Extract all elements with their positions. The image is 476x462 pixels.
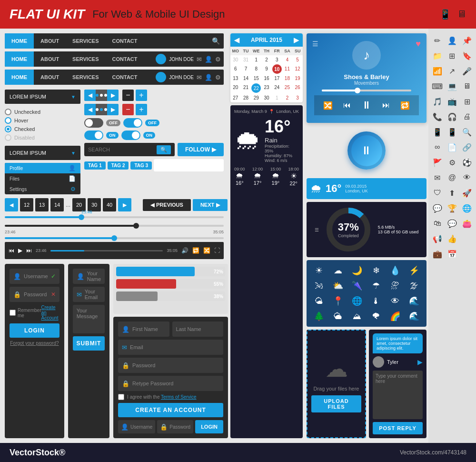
wi-rainbow[interactable]: 🌈 bbox=[387, 310, 404, 323]
wi-cloud2[interactable]: ⛅ bbox=[329, 279, 347, 292]
menu-item-files[interactable]: Files 📄 bbox=[5, 173, 80, 184]
media-track[interactable] bbox=[50, 250, 163, 251]
dropdown-1[interactable]: LOREM IPSUM ▼ bbox=[5, 90, 80, 104]
wi-wind[interactable]: 🌬 bbox=[310, 279, 327, 292]
follow-button[interactable]: FOLLOW ▶ bbox=[178, 143, 224, 156]
arrow-right-1[interactable]: ▶ bbox=[107, 90, 119, 101]
icon-user[interactable]: 👤 bbox=[445, 33, 459, 48]
music-prev-btn[interactable]: ⏮ bbox=[343, 101, 351, 110]
cal-cell[interactable]: 6 bbox=[230, 64, 241, 74]
nav-services-2[interactable]: SERVICES bbox=[66, 51, 105, 67]
icon-at[interactable]: @ bbox=[445, 171, 459, 185]
menu-item-settings[interactable]: Settings ⚙ bbox=[5, 184, 80, 194]
nav-contact-3[interactable]: CONTACT bbox=[106, 70, 144, 85]
tag-3[interactable]: TAG 3 bbox=[130, 161, 152, 170]
minus-btn-1[interactable]: − bbox=[122, 90, 134, 101]
create-account-link[interactable]: Create an Account bbox=[41, 305, 59, 321]
cal-cell[interactable]: 25 bbox=[282, 83, 293, 93]
wi-therm[interactable]: 🌡 bbox=[367, 294, 385, 308]
arrow-ctrl-1[interactable]: ◀ ▶ bbox=[84, 90, 119, 101]
cal-cell[interactable]: 18 bbox=[282, 74, 293, 83]
cal-cell[interactable]: 2 bbox=[261, 55, 272, 64]
icon-mic[interactable]: 🎤 bbox=[460, 64, 474, 78]
wi-umbrella[interactable]: ☂ bbox=[367, 279, 385, 292]
wi-tornado[interactable]: 🌪 bbox=[367, 310, 385, 323]
icon-tablet[interactable]: 📱 bbox=[430, 125, 444, 139]
nav-about-2[interactable]: ABOUT bbox=[34, 51, 66, 67]
wi-wave[interactable]: 🌊 bbox=[406, 294, 423, 308]
wi-tide[interactable]: 🌊 bbox=[406, 310, 423, 323]
icon-speech[interactable]: 💬 bbox=[445, 216, 459, 231]
icon-search[interactable]: 🔍 bbox=[460, 125, 474, 139]
icon-wallet[interactable]: 👛 bbox=[460, 216, 474, 231]
reg-password-field[interactable]: 🔒 Password bbox=[118, 358, 223, 373]
cal-cell[interactable]: 31 bbox=[241, 55, 251, 64]
page-next[interactable]: ▶ bbox=[118, 198, 131, 211]
slider-2-thumb[interactable] bbox=[133, 223, 139, 229]
reg-retype-field[interactable]: 🔒 Retype Password bbox=[118, 376, 223, 391]
wi-cloud[interactable]: ☁ bbox=[329, 264, 347, 277]
page-14[interactable]: 14 bbox=[50, 198, 64, 211]
icon-chat[interactable]: 💬 bbox=[430, 201, 444, 215]
wi-storm[interactable]: ⛈ bbox=[387, 279, 404, 292]
remember-check[interactable]: Remember me bbox=[10, 308, 41, 318]
wi-lightning[interactable]: ⚡ bbox=[406, 264, 423, 277]
icon-infinity[interactable]: ∞ bbox=[430, 140, 444, 154]
music-heart-icon[interactable]: ♥ bbox=[416, 39, 421, 49]
media-shuffle-icon[interactable]: 🔀 bbox=[203, 247, 210, 254]
icon-trophy[interactable]: 🏆 bbox=[445, 201, 459, 215]
icon-calendar[interactable]: 📅 bbox=[445, 247, 459, 261]
wi-drop[interactable]: 💧 bbox=[387, 264, 404, 277]
password-field[interactable]: 🔒 Password ✕ bbox=[10, 287, 60, 302]
next-button[interactable]: NEXT ▶ bbox=[193, 199, 228, 211]
icon-bag[interactable]: 🛍 bbox=[430, 216, 444, 231]
cal-cell[interactable]: 15 bbox=[251, 74, 261, 83]
music-progress-bar[interactable] bbox=[322, 90, 411, 91]
stats-menu-icon[interactable]: ☰ bbox=[315, 227, 319, 232]
nav-home-2[interactable]: HOME bbox=[5, 51, 34, 67]
submit-button[interactable]: SUBMIT bbox=[73, 336, 105, 351]
plus-btn-1[interactable]: + bbox=[136, 90, 147, 101]
user-icon-3[interactable]: 👤 bbox=[205, 74, 212, 81]
cal-cell[interactable]: 16 bbox=[261, 74, 272, 83]
slider-1-thumb[interactable] bbox=[79, 214, 84, 220]
nav-home-3[interactable]: HOME bbox=[5, 70, 34, 85]
remember-checkbox[interactable] bbox=[10, 310, 16, 316]
music-menu-icon[interactable]: ☰ bbox=[312, 40, 318, 48]
icon-wifi[interactable]: 📶 bbox=[430, 64, 444, 78]
slider-2-track[interactable] bbox=[5, 225, 224, 227]
cal-cell[interactable]: 21 bbox=[241, 83, 251, 93]
icon-flag[interactable]: 🚩 bbox=[430, 155, 444, 170]
icon-thumb[interactable]: 👍 bbox=[445, 231, 459, 246]
tag-input[interactable] bbox=[154, 159, 224, 171]
icon-mail[interactable]: ✉ bbox=[430, 171, 444, 185]
nav-services-1[interactable]: SERVICES bbox=[66, 33, 105, 49]
message-field[interactable]: Your Message bbox=[73, 305, 105, 333]
cal-cell[interactable]: 24 bbox=[272, 83, 282, 93]
nav-contact-1[interactable]: CONTACT bbox=[106, 33, 144, 49]
gear-icon-3[interactable]: ⚙ bbox=[215, 74, 221, 81]
toggle-on-2[interactable] bbox=[84, 131, 103, 140]
last-name-field[interactable]: Last Name bbox=[172, 321, 223, 337]
terms-link[interactable]: Terms of Service bbox=[161, 394, 196, 400]
icon-globe[interactable]: 🌐 bbox=[460, 201, 474, 215]
page-13[interactable]: 13 bbox=[35, 198, 49, 211]
page-40[interactable]: 40 bbox=[103, 198, 116, 211]
email-field[interactable]: ✉ Your Email bbox=[73, 287, 105, 302]
cal-cell[interactable]: 30 bbox=[230, 55, 241, 64]
cal-cell[interactable]: 1 bbox=[251, 55, 261, 64]
icon-eye[interactable]: 👁 bbox=[460, 171, 474, 185]
icon-pin[interactable]: 📌 bbox=[460, 33, 474, 48]
icon-doc[interactable]: 📄 bbox=[445, 140, 459, 154]
icon-gear[interactable]: ⚙ bbox=[445, 155, 459, 170]
login-button[interactable]: LOGIN bbox=[10, 323, 60, 338]
reg-email-field[interactable]: ✉ Email bbox=[118, 340, 223, 355]
cal-cell[interactable]: 3 bbox=[292, 93, 303, 102]
icon-ball[interactable]: ⚽ bbox=[460, 155, 474, 170]
media-fullscreen-icon[interactable]: ⛶ bbox=[214, 247, 220, 254]
icon-music[interactable]: 🎵 bbox=[430, 94, 444, 109]
wi-sun[interactable]: ☀ bbox=[310, 264, 327, 277]
cal-cell[interactable]: 4 bbox=[282, 55, 293, 64]
toggle-off-1[interactable] bbox=[84, 118, 103, 128]
cal-cell[interactable]: 30 bbox=[261, 93, 272, 102]
